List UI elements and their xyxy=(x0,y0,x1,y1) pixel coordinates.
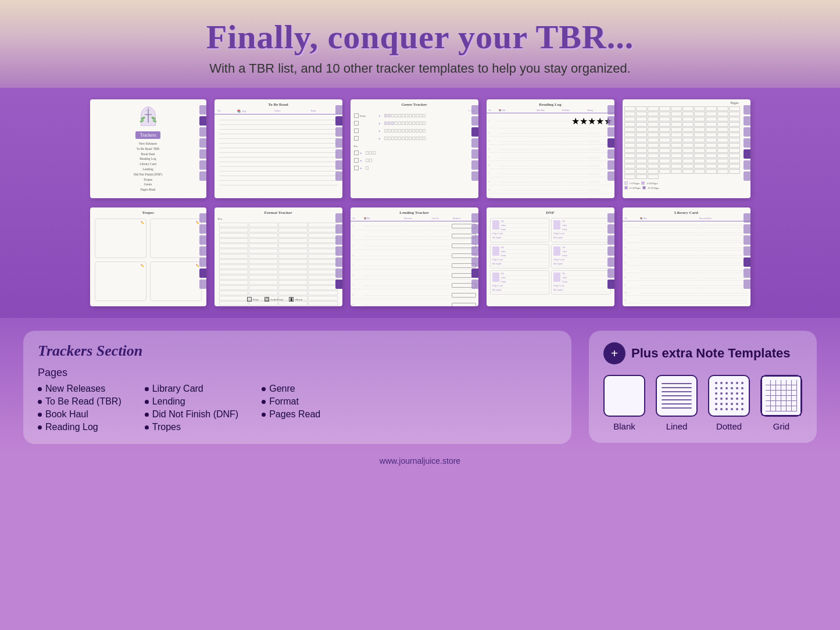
note-template-blank: Blank xyxy=(603,375,645,431)
bullet-text: To Be Read (TBR) xyxy=(45,396,121,407)
template-line xyxy=(662,403,692,405)
plus-header: + Plus extra Note Templates xyxy=(603,342,802,364)
bullet-item: Genre xyxy=(262,384,320,394)
bullet-item: Lending xyxy=(145,396,238,407)
grid-cell xyxy=(776,380,781,385)
template-line xyxy=(662,407,692,409)
card-line xyxy=(219,167,338,171)
grid-cell xyxy=(792,380,797,385)
bullet-col-3: Genre Format Pages Read xyxy=(262,384,320,432)
svg-point-7 xyxy=(145,110,146,111)
dot xyxy=(731,408,733,410)
tab-item xyxy=(199,213,206,223)
grid-cell xyxy=(766,385,771,391)
tab-item xyxy=(471,138,478,148)
dot xyxy=(736,382,738,384)
grid-cell xyxy=(771,396,776,401)
grid-pattern xyxy=(762,376,801,416)
card-line xyxy=(219,162,338,167)
grid-cell xyxy=(792,385,797,391)
tab-item xyxy=(607,280,614,289)
dot xyxy=(741,398,744,400)
tab-item xyxy=(607,149,614,159)
bullet-dot xyxy=(262,400,266,404)
dot xyxy=(731,382,733,384)
bullet-item: Pages Read xyxy=(262,409,320,420)
tab-item xyxy=(335,171,342,181)
dot xyxy=(725,387,728,389)
grid-cell xyxy=(766,380,771,385)
tab-item xyxy=(607,127,614,137)
grid-cell xyxy=(781,406,787,411)
preview-card-pages: Pages xyxy=(623,99,750,198)
tab-item xyxy=(607,105,614,114)
dot xyxy=(731,392,733,395)
card-line xyxy=(219,144,338,148)
bullet-text: Genre xyxy=(269,384,295,394)
card-tabs xyxy=(199,105,206,181)
bullet-dot xyxy=(38,387,42,391)
dot xyxy=(720,398,723,400)
grid-cell xyxy=(771,385,776,391)
top-section: Finally, conquer your TBR... With a TBR … xyxy=(0,0,840,88)
bullet-text: Lending xyxy=(152,396,185,407)
card-header-library: Library Card xyxy=(623,207,750,216)
dot xyxy=(720,392,723,395)
card-line xyxy=(219,116,338,120)
tab-item xyxy=(744,235,750,245)
genre-row: ★ xyxy=(354,128,475,133)
blank-template-box xyxy=(603,375,645,417)
dotted-label: Dotted xyxy=(716,421,742,431)
bullet-item: Format xyxy=(262,396,320,407)
note-template-dotted: Dotted xyxy=(708,375,750,431)
svg-point-9 xyxy=(149,112,150,112)
card-tabs xyxy=(471,213,478,289)
dot xyxy=(741,408,744,410)
tab-item xyxy=(607,213,614,223)
bullet-dot xyxy=(145,387,149,391)
grid-cell xyxy=(766,406,771,411)
tab-item xyxy=(607,257,614,267)
tab-item xyxy=(744,105,750,114)
bullet-text: Format xyxy=(269,396,299,407)
bullet-dot xyxy=(38,400,42,404)
tab-item xyxy=(199,235,206,245)
card-tabs xyxy=(335,213,342,289)
card-line xyxy=(219,134,338,139)
tab-item xyxy=(471,105,478,114)
card-line xyxy=(219,120,338,125)
dot xyxy=(715,408,717,410)
template-line xyxy=(662,391,692,392)
template-line xyxy=(662,399,692,400)
tab-item xyxy=(335,105,342,114)
tab-item xyxy=(335,149,342,159)
grid-cell xyxy=(792,396,797,401)
dot xyxy=(725,392,728,395)
template-line xyxy=(662,383,692,384)
bullet-dot xyxy=(38,425,42,429)
note-templates-grid: Blank Lined xyxy=(603,375,802,431)
dot xyxy=(725,382,728,384)
dot xyxy=(715,403,717,405)
tab-item xyxy=(744,116,750,126)
plus-circle: + xyxy=(603,342,625,364)
tab-item xyxy=(335,280,342,289)
lined-label: Lined xyxy=(666,421,688,431)
subtitle: With a TBR list, and 10 other tracker te… xyxy=(12,61,828,76)
card-line xyxy=(219,176,338,181)
bullet-text: Pages Read xyxy=(269,409,320,420)
genre-row: ★ xyxy=(354,151,475,155)
bullet-item: Reading Log xyxy=(38,422,121,432)
tab-item xyxy=(199,105,206,114)
tab-item xyxy=(607,224,614,234)
trackers-card-label: Trackers xyxy=(135,131,161,139)
card-header-reading-log: Reading Log xyxy=(487,99,614,108)
dot xyxy=(736,403,738,405)
dot xyxy=(715,392,717,395)
grid-cell xyxy=(776,391,781,396)
dot xyxy=(720,382,723,384)
preview-card-dnf: DNF Title Author Format # Pages % read D… xyxy=(487,207,614,306)
bullet-item: Library Card xyxy=(145,384,238,394)
tab-item xyxy=(335,213,342,223)
tab-item xyxy=(199,257,206,267)
